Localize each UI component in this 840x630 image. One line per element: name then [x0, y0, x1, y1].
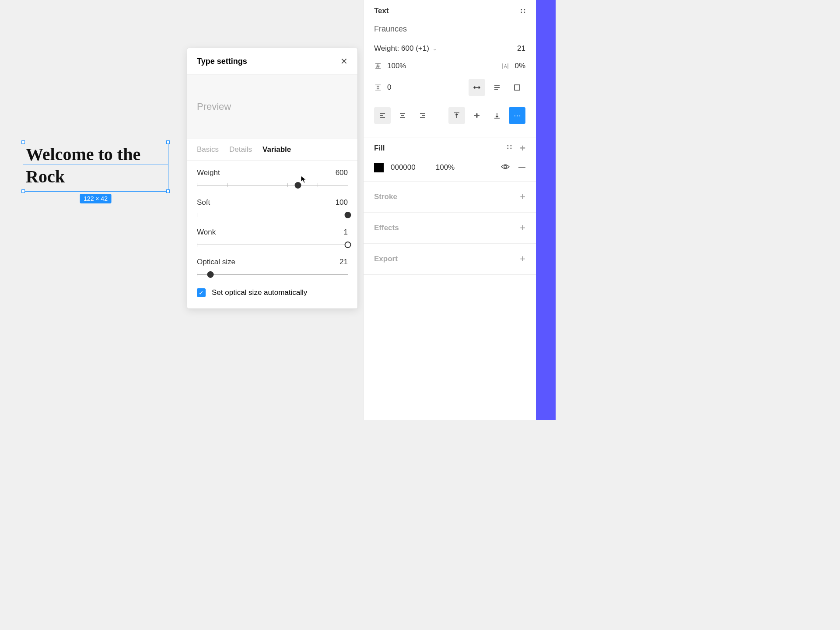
style-dots-icon[interactable]: ∷: [507, 143, 512, 154]
axis-weight-label: Weight: [197, 168, 220, 177]
paragraph-spacing-field[interactable]: 0: [374, 83, 391, 92]
add-stroke-button[interactable]: +: [520, 191, 525, 203]
fixed-size-button[interactable]: [509, 79, 525, 96]
canvas-text[interactable]: Welcome to the Rock: [23, 142, 168, 189]
axis-weight-value[interactable]: 600: [336, 168, 348, 177]
section-title-fill: Fill: [374, 144, 385, 153]
popover-title: Type settings: [197, 57, 247, 66]
slider-thumb[interactable]: [345, 242, 351, 248]
tab-variable[interactable]: Variable: [262, 145, 291, 154]
tab-basics[interactable]: Basics: [197, 145, 219, 154]
axis-wonk: Wonk 1: [197, 228, 348, 249]
svg-text:A: A: [376, 64, 379, 69]
fill-opacity-value[interactable]: 100%: [436, 163, 455, 172]
preview-area: Preview: [187, 75, 357, 139]
axis-weight: Weight 600: [197, 168, 348, 189]
font-size-input[interactable]: 21: [517, 44, 525, 53]
svg-rect-2: [514, 85, 520, 90]
fill-hex-value[interactable]: 000000: [391, 163, 416, 172]
paragraph-spacing-value: 0: [387, 83, 391, 92]
align-left-button[interactable]: [374, 107, 391, 124]
axis-wonk-label: Wonk: [197, 228, 216, 237]
axis-optical-slider[interactable]: [197, 271, 348, 279]
section-title-stroke: Stroke: [374, 192, 397, 201]
fill-color-swatch[interactable]: [374, 163, 384, 172]
slider-thumb[interactable]: [295, 182, 301, 189]
axis-soft-label: Soft: [197, 198, 210, 207]
auto-width-button[interactable]: [469, 79, 485, 96]
selected-text-frame[interactable]: Welcome to the Rock 122 × 42: [23, 142, 168, 192]
add-export-button[interactable]: +: [520, 253, 525, 265]
align-top-button[interactable]: [448, 107, 465, 124]
chevron-down-icon: ⌄: [433, 46, 437, 52]
letter-spacing-field[interactable]: A 0%: [501, 62, 525, 70]
add-fill-button[interactable]: +: [520, 143, 525, 154]
slider-thumb[interactable]: [345, 212, 351, 218]
letter-spacing-value: 0%: [514, 62, 525, 70]
section-title-text: Text: [374, 7, 389, 15]
selection-midline: [23, 164, 168, 164]
axis-wonk-value[interactable]: 1: [344, 228, 348, 237]
axis-weight-slider[interactable]: [197, 182, 348, 189]
axis-optical-label: Optical size: [197, 258, 235, 266]
svg-point-3: [504, 165, 507, 168]
line-height-field[interactable]: A 100%: [374, 62, 406, 70]
align-middle-button[interactable]: [469, 107, 485, 124]
add-effect-button[interactable]: +: [520, 222, 525, 234]
align-bottom-button[interactable]: [489, 107, 505, 124]
line-height-value: 100%: [387, 62, 406, 70]
resize-handle-br[interactable]: [166, 189, 170, 193]
svg-text:A: A: [504, 64, 507, 69]
tab-details[interactable]: Details: [229, 145, 252, 154]
slider-thumb[interactable]: [207, 271, 214, 278]
axis-soft-slider[interactable]: [197, 211, 348, 219]
section-title-export: Export: [374, 255, 398, 263]
checkbox-checked-icon[interactable]: ✓: [197, 288, 206, 297]
font-family-value[interactable]: Fraunces: [374, 22, 525, 40]
axis-optical-value[interactable]: 21: [340, 258, 348, 266]
resize-handle-bl[interactable]: [21, 189, 25, 193]
popover-tabs: Basics Details Variable: [187, 139, 357, 161]
type-settings-popover: Type settings ✕ Preview Basics Details V…: [187, 48, 358, 309]
align-center-button[interactable]: [394, 107, 411, 124]
axis-wonk-slider[interactable]: [197, 241, 348, 249]
resize-handle-tr[interactable]: [166, 140, 170, 144]
optical-auto-label: Set optical size automatically: [212, 288, 307, 297]
font-weight-dropdown[interactable]: Weight: 600 (+1) ⌄: [374, 44, 437, 53]
resize-handle-tl[interactable]: [21, 140, 25, 144]
auto-height-button[interactable]: [489, 79, 505, 96]
more-options-button[interactable]: ⋯: [509, 107, 525, 124]
right-edge-strip: [536, 0, 556, 420]
axis-soft-value[interactable]: 100: [336, 198, 348, 207]
close-icon[interactable]: ✕: [340, 56, 348, 66]
axis-soft: Soft 100: [197, 198, 348, 219]
remove-fill-button[interactable]: [518, 167, 525, 168]
style-dots-icon[interactable]: ∷: [521, 7, 525, 16]
visibility-icon[interactable]: [501, 163, 510, 172]
font-weight-label: Weight: 600 (+1): [374, 44, 429, 53]
properties-sidebar: Text ∷ Fraunces Weight: 600 (+1) ⌄ 21 A …: [363, 0, 536, 420]
align-right-button[interactable]: [414, 107, 431, 124]
axis-optical: Optical size 21: [197, 258, 348, 279]
dimensions-badge: 122 × 42: [80, 194, 112, 203]
section-title-effects: Effects: [374, 224, 399, 232]
optical-auto-row[interactable]: ✓ Set optical size automatically: [197, 288, 348, 297]
